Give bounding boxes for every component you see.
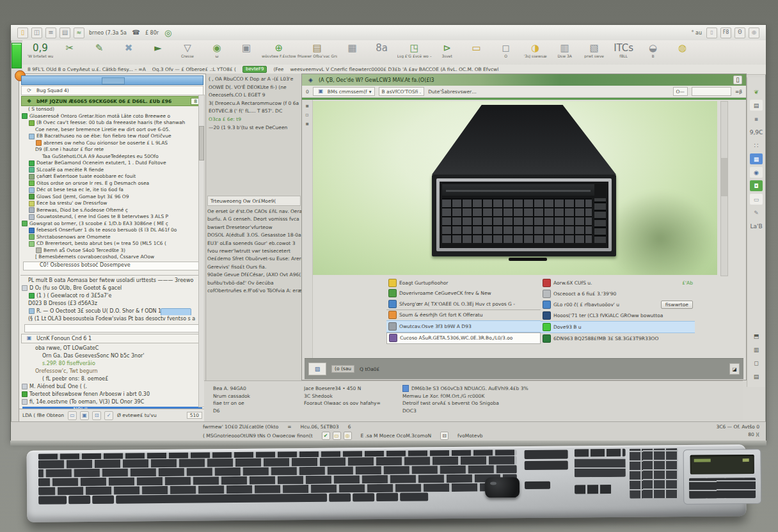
- tree-item[interactable]: D O₂ (fu so OUb, Bre Goetot & gacel: [19, 285, 205, 292]
- toolbar-button[interactable]: ✎: [85, 42, 113, 54]
- tree-item[interactable]: fi, 14e.oestvne (To oeman, V(3) DL Onor …: [19, 398, 205, 406]
- config-row[interactable]: Cucoso AŠuR.GETA.5306,WC.0E.3R.Bo,/L0/3.…: [386, 332, 541, 345]
- menu-badge[interactable]: bevteF9: [242, 66, 267, 73]
- refresh-icon[interactable]: ⟳: [24, 86, 34, 95]
- view-tool-icon[interactable]: ▪: [750, 113, 763, 124]
- view-tool-icon[interactable]: ▤: [750, 371, 763, 382]
- tree-item[interactable]: D023 B Dresos (£3 d56A3z: [19, 300, 205, 308]
- side-accent-icon[interactable]: [12, 43, 22, 68]
- view-tool-icon[interactable]: ▦: [750, 153, 763, 164]
- toolbar-button[interactable]: ✂: [56, 42, 84, 54]
- menu-mid[interactable]: Oq.3 Ofv — £ Ofberoe£ .:L YTO8£ (: [152, 66, 236, 72]
- window-control-icon[interactable]: ▯: [733, 75, 742, 84]
- tree-root-row[interactable]: ◆ bMF JQZUN Æ6065 69CKG06K 06 £ D66L. £U…: [21, 96, 203, 106]
- tree-item[interactable]: Eece ba srestu' ow Dressrfow: [19, 200, 205, 207]
- titlebar-icon[interactable]: ◎: [749, 27, 759, 38]
- view-tool-icon[interactable]: 9,9C: [750, 127, 763, 137]
- tree-item[interactable]: Bemń aŠ Ovtoe S4o0 Tercedšte 3): [19, 247, 205, 254]
- titlebar-icon[interactable]: ▯: [17, 27, 28, 38]
- tree-item[interactable]: Oitos ordse on orsroe Ir res. E g Desmac…: [19, 180, 205, 187]
- panel-title-tab[interactable]: [102, 77, 125, 84]
- status-icon[interactable]: ▭: [333, 432, 341, 440]
- toolbar-button[interactable]: ▣: [232, 42, 260, 54]
- toolbar-button[interactable]: ◒ B: [639, 42, 667, 58]
- tree-item[interactable]: Toerteot bifeswbsew fenen Arboesw i abrt…: [19, 391, 205, 398]
- toolbar-button[interactable]: ▧ prwt swve: [580, 42, 608, 58]
- panel-filter-row[interactable]: ⟳ Bug Squad 4): [21, 86, 203, 95]
- view-tool-icon[interactable]: ▥: [750, 344, 763, 355]
- tree-item[interactable]: Glows Sod (Jemt, Gomae byt 3£ 96 O9: [19, 194, 205, 201]
- phone-icon[interactable]: ☎: [131, 28, 141, 38]
- config-row[interactable]: Eoagt Gurtupfioohor: [386, 278, 541, 288]
- menu-mid2[interactable]: (Fee: [273, 66, 283, 72]
- tree-item[interactable]: Taa GuStehotLOLA A9 AouseTedéeptes eu 50…: [19, 153, 205, 160]
- tree-item[interactable]: SLcoafë oa mecëte R fiende: [19, 167, 205, 174]
- viewport-scrollbar[interactable]: [720, 101, 728, 276]
- strip-icon[interactable]: ▪: [305, 121, 308, 127]
- toolbar-button[interactable]: 8a: [368, 42, 396, 54]
- toolbar-button[interactable]: ►: [144, 42, 172, 54]
- toolbar-button[interactable]: ▽ Cresse: [173, 42, 202, 58]
- parameter-button[interactable]: fiswwrtoe: [661, 301, 693, 309]
- toolbar-button[interactable]: ▤ fHawwr Ofba'vac Grssa: [298, 42, 337, 58]
- tree-item[interactable]: abrenes ow neho Cou oirionsor be ooserte…: [19, 140, 205, 147]
- toolbar-button[interactable]: ✖: [115, 42, 143, 54]
- tree-item[interactable]: Gowsgrat oo brmer, (3 scoobe £ 1/D.b EA3…: [19, 221, 205, 228]
- scrollbar-thumb[interactable]: [721, 158, 727, 196]
- config-row[interactable]: Owutcav.Osve 3f3 b9W A D93: [386, 320, 541, 332]
- tree-item[interactable]: ( fL peebr ons: 8. oemoe£: [19, 375, 205, 383]
- titlebar-icon[interactable]: Θ: [734, 27, 745, 38]
- tree-item[interactable]: Shrctabosenows are Omomete: [19, 234, 205, 241]
- config-row[interactable]: Doverivroame CeGueveCK frev & New: [386, 288, 541, 299]
- tree-item[interactable]: Gloaseresoê Ontoro Gretar.Ition motä Lät…: [19, 113, 205, 120]
- scrollbar-thumb[interactable]: [199, 126, 204, 160]
- view-dropdown[interactable]: ▣ BMs cmmssem(f ▾: [313, 87, 375, 96]
- panel-scrollbar[interactable]: [198, 95, 205, 407]
- panel-status-icon[interactable]: ✓: [104, 411, 113, 420]
- tree-item[interactable]: Berewas, Diod be s.ñodeose Oftemé ç: [19, 207, 205, 214]
- config-row[interactable]: Hooos('71 ter (CL3 fVKiALC GROww bowutto…: [541, 310, 695, 321]
- toolbar-button[interactable]: ⊳ 3svet: [433, 42, 461, 58]
- config-row[interactable]: Soum & éesrhJh Grt fort K Offeratu: [386, 309, 541, 321]
- tree-item[interactable]: febesorš Onserfuer 1 ds te eosco bersuob…: [19, 227, 205, 234]
- tree-item[interactable]: Orefessow'c, Twt begurn: [19, 368, 205, 375]
- tree-item[interactable]: M. Aiéned bu£ One ( (.: [19, 383, 205, 391]
- view-tool-icon[interactable]: ⸬: [750, 140, 763, 151]
- config-row[interactable]: Sfvorg'œr A( TX'OAEE OL O.3Ej Huv ct pov…: [386, 299, 541, 309]
- document-titlebar[interactable]: ◈ (A ÇB, Oec'de W? GewLCW3 MAV.At fa.(O(…: [302, 74, 746, 86]
- view-tool-icon[interactable]: ◘: [750, 180, 763, 191]
- tab-label[interactable]: Q tOa0£: [360, 366, 379, 372]
- titlebar-icon[interactable]: ▤: [60, 27, 70, 38]
- model-tab[interactable]: ▨: [308, 363, 326, 375]
- tree-item[interactable]: (1 ) ( Geewlacot ro d 3£5a7'e: [19, 292, 205, 300]
- titlebar-icon[interactable]: ≈: [74, 27, 84, 38]
- tree-item[interactable]: s.29P. 80 fiseffveräio: [19, 360, 205, 368]
- titlebar-icon[interactable]: ◫: [31, 27, 42, 38]
- tree-item[interactable]: D9 (E.sne i hautor £ flor rete: [19, 146, 205, 153]
- titlebar-icon[interactable]: ▯: [706, 27, 717, 38]
- toolbar-button[interactable]: 0,9 'W brtetet wu: [26, 42, 54, 58]
- tree-item[interactable]: Doetar BeGamond Oceneim extutert, 1 . Du…: [19, 160, 205, 167]
- titlebar-icon[interactable]: F8: [720, 27, 731, 38]
- toolbar-button[interactable]: ◑ '3sJ ssewsæ: [521, 42, 550, 58]
- toolbar-button[interactable]: ITCs f8LL: [610, 42, 638, 58]
- status-icon[interactable]: ◎: [344, 432, 352, 440]
- config-row[interactable]: Aorw.6X CUfS u. £'Ab: [541, 278, 695, 288]
- doc-search-box[interactable]: [692, 87, 731, 96]
- menu-right[interactable]: weesveemvvL V Cnerfic fleowterc0000£ D3£…: [290, 66, 498, 72]
- device-model[interactable]: [432, 175, 616, 256]
- tree-item[interactable]: [ Bemesbéemets covraboecoshod, Čssarve A…: [19, 254, 205, 261]
- toolbar-button[interactable]: ◳ Lsg £'G £vcë wo –: [397, 42, 432, 58]
- tree-item[interactable]: Gouwtosteund, ( ene Ind Goes te 8 beterv…: [19, 214, 205, 221]
- tab-pager[interactable]: (o (sau: [331, 365, 354, 373]
- tree-item[interactable]: çañœt Ewtertooe tuate eoobbare ec fouit: [19, 173, 205, 180]
- config-row[interactable]: Osceooct a 6 fiu£ 3.'39'90: [541, 288, 695, 299]
- tree-item[interactable]: CD Brererteort, besto abrut bes (= trea …: [19, 240, 205, 247]
- tree-item[interactable]: oba rwwe, OT LOwGateC: [19, 345, 205, 352]
- panel-status-icon[interactable]: ▣: [80, 411, 89, 420]
- panel-titlebar[interactable]: [21, 75, 203, 85]
- config-row[interactable]: 6DN963 BQ2588£fMB 3£ S8.3G£3T9R33OO: [541, 333, 695, 344]
- tree-item[interactable]: (§ (1 Lt OLA3 beesousteia Fodew'svias Pt…: [19, 315, 205, 323]
- view-tool-icon[interactable]: ◻: [750, 357, 763, 368]
- section-header-row[interactable]: ▣ UcnK Fonoun Cnd 6 1: [21, 334, 203, 343]
